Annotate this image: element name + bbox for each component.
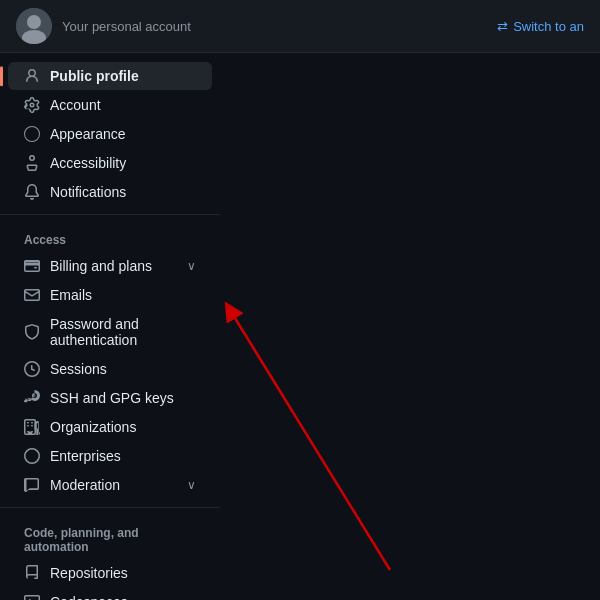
- sidebar-label: Password and authentication: [50, 316, 196, 348]
- sidebar-item-account[interactable]: Account: [8, 91, 212, 119]
- emails-icon: [24, 287, 40, 303]
- notifications-icon: [24, 184, 40, 200]
- codespaces-icon: [24, 594, 40, 600]
- sidebar-label: SSH and GPG keys: [50, 390, 174, 406]
- profile-icon: [24, 68, 40, 84]
- section-label-access: Access: [0, 223, 220, 251]
- switch-link[interactable]: ⇄ Switch to an: [497, 19, 584, 34]
- chevron-down-icon: ∨: [187, 478, 196, 492]
- divider: [0, 214, 220, 215]
- sidebar-item-billing[interactable]: Billing and plans ∨: [8, 252, 212, 280]
- sidebar-item-sessions[interactable]: Sessions: [8, 355, 212, 383]
- switch-icon: ⇄: [497, 19, 508, 34]
- moderation-icon: [24, 477, 40, 493]
- account-icon: [24, 97, 40, 113]
- sidebar-label: Sessions: [50, 361, 107, 377]
- sidebar-label: Public profile: [50, 68, 139, 84]
- sidebar-label: Moderation: [50, 477, 120, 493]
- account-text: Your personal account: [62, 19, 191, 34]
- svg-line-3: [230, 310, 390, 570]
- accessibility-icon: [24, 155, 40, 171]
- chevron-down-icon: ∨: [187, 259, 196, 273]
- sidebar-label: Codespaces: [50, 594, 128, 600]
- sidebar-label: Accessibility: [50, 155, 126, 171]
- sidebar-item-public-profile[interactable]: Public profile: [8, 62, 212, 90]
- enterprises-icon: [24, 448, 40, 464]
- sidebar-item-repositories[interactable]: Repositories: [8, 559, 212, 587]
- svg-point-1: [27, 15, 41, 29]
- section-label-code: Code, planning, and automation: [0, 516, 220, 558]
- divider-2: [0, 507, 220, 508]
- sidebar-item-emails[interactable]: Emails: [8, 281, 212, 309]
- sidebar-item-codespaces[interactable]: Codespaces: [8, 588, 212, 600]
- sidebar-item-ssh-gpg[interactable]: SSH and GPG keys: [8, 384, 212, 412]
- switch-text: Switch to an: [513, 19, 584, 34]
- organizations-icon: [24, 419, 40, 435]
- sidebar-label: Billing and plans: [50, 258, 152, 274]
- sidebar-label: Appearance: [50, 126, 126, 142]
- sidebar-item-password[interactable]: Password and authentication: [8, 310, 212, 354]
- appearance-icon: [24, 126, 40, 142]
- sidebar-label: Organizations: [50, 419, 136, 435]
- top-bar: Your personal account ⇄ Switch to an: [0, 0, 600, 53]
- sidebar-label: Emails: [50, 287, 92, 303]
- sidebar-item-notifications[interactable]: Notifications: [8, 178, 212, 206]
- repositories-icon: [24, 565, 40, 581]
- sidebar-label: Repositories: [50, 565, 128, 581]
- sidebar: Public profile Account Appearance Access…: [0, 53, 220, 600]
- sidebar-item-appearance[interactable]: Appearance: [8, 120, 212, 148]
- sidebar-item-organizations[interactable]: Organizations: [8, 413, 212, 441]
- billing-icon: [24, 258, 40, 274]
- sidebar-label: Notifications: [50, 184, 126, 200]
- sessions-icon: [24, 361, 40, 377]
- sidebar-item-enterprises[interactable]: Enterprises: [8, 442, 212, 470]
- password-icon: [24, 324, 40, 340]
- sidebar-label: Account: [50, 97, 101, 113]
- sidebar-label: Enterprises: [50, 448, 121, 464]
- ssh-icon: [24, 390, 40, 406]
- avatar: [16, 8, 52, 44]
- sidebar-item-accessibility[interactable]: Accessibility: [8, 149, 212, 177]
- sidebar-item-moderation[interactable]: Moderation ∨: [8, 471, 212, 499]
